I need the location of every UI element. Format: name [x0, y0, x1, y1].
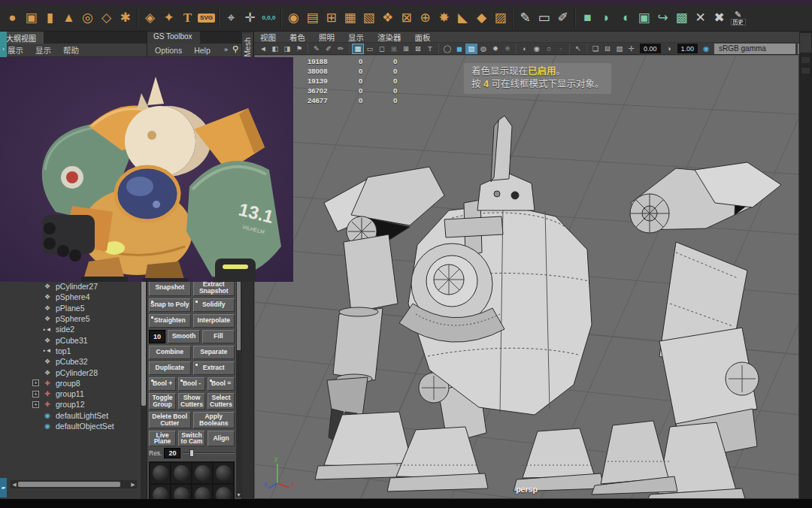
default-material-icon[interactable]: ◍ — [477, 44, 489, 54]
collapse-chevron-icon[interactable]: » — [224, 46, 228, 53]
duplicate-button[interactable]: Duplicate — [149, 361, 191, 375]
show-cutters-button[interactable]: Show Cutters — [178, 393, 205, 410]
snapshot-button[interactable]: Snapshot — [149, 280, 191, 296]
delete-bool-cutter-button[interactable]: Delete Bool Cutter — [149, 412, 191, 428]
exposure-icon[interactable]: ✛ — [626, 44, 638, 54]
symmetry-tool-icon[interactable]: ✕ — [691, 8, 710, 28]
panel-corner-icon[interactable]: ▰ — [0, 478, 7, 497]
snap-origin-icon[interactable]: ✛ — [241, 8, 259, 28]
poly-torus-icon[interactable]: ◎ — [78, 8, 97, 28]
film-gate-icon[interactable]: ▭ — [364, 44, 376, 54]
delete-history-icon[interactable]: ✖ — [710, 8, 729, 28]
interpolate-button[interactable]: Interpolate — [193, 314, 235, 328]
smooth-iterations-field[interactable]: 10 — [149, 330, 165, 343]
quad-draw-tool-icon[interactable]: ✐ — [553, 8, 572, 28]
solidify-button[interactable]: Solidify — [193, 298, 235, 312]
toggle-group-button[interactable]: Toggle Group — [149, 393, 176, 410]
bool--button[interactable]: Bool = — [208, 377, 235, 391]
poly-cube-icon[interactable]: ▣ — [22, 8, 41, 28]
outliner-item-pCube31[interactable]: ❖pCube31 — [7, 334, 141, 345]
gs-menu-0[interactable]: Options — [155, 46, 182, 55]
poly-sphere-icon[interactable]: ● — [3, 8, 22, 28]
combine-button[interactable]: Combine — [149, 346, 191, 359]
outliner-item-pSphere5[interactable]: ❖pSphere5 — [7, 313, 141, 324]
gs-menu-1[interactable]: Help — [194, 46, 211, 55]
divide-mesh-icon[interactable]: ▤ — [303, 8, 322, 28]
bool-slice-icon[interactable]: ▣ — [635, 8, 653, 28]
occlusion-icon[interactable]: ◐ — [519, 44, 531, 54]
quadrangulate-tool-icon[interactable]: ◆ — [472, 8, 491, 28]
outliner-item-defaultObjectSet[interactable]: ◉defaultObjectSet — [7, 421, 141, 431]
scroll-down-icon[interactable]: ▼ — [236, 492, 241, 497]
grid-toggle-icon[interactable]: ▦ — [352, 44, 364, 54]
fill-button[interactable]: Fill — [202, 330, 235, 343]
lattice-tool-icon[interactable]: ▩ — [672, 8, 691, 28]
expand-icon[interactable]: + — [32, 379, 39, 386]
collapsed-right-panel[interactable] — [799, 32, 812, 499]
smooth-button[interactable]: Smooth — [168, 330, 200, 343]
viewport-menu-0[interactable]: 视图 — [260, 32, 276, 43]
align-button[interactable]: Align — [208, 431, 235, 447]
apply-booleans-button[interactable]: Apply Booleans — [193, 412, 235, 428]
expand-icon[interactable]: + — [32, 401, 39, 408]
gate-mask-icon[interactable]: ▣ — [388, 44, 400, 54]
image-plane-alt-icon[interactable]: ⊟ — [601, 44, 614, 54]
extract-button[interactable]: Extract — [193, 361, 235, 375]
textured-icon[interactable]: ▨ — [465, 44, 477, 54]
poke-tool-icon[interactable]: ⊕ — [416, 8, 435, 28]
bridge-tool-icon[interactable]: ⊠ — [397, 8, 416, 28]
wireframe-icon[interactable]: ◯ — [441, 44, 453, 54]
outliner-item-top1[interactable]: ▪◄top1 — [7, 346, 141, 356]
outliner-item-group8[interactable]: +✚group8 — [7, 378, 141, 389]
paint-select-icon[interactable]: ✏ — [335, 44, 347, 54]
scroll-left-icon[interactable]: ◀ — [11, 482, 18, 488]
outliner-item-pSphere4[interactable]: ❖pSphere4 — [7, 292, 141, 302]
matcap-slot-1[interactable] — [171, 463, 191, 483]
bookmark-icon[interactable]: ⚑ — [293, 44, 305, 54]
type-tool-icon[interactable]: T — [178, 8, 197, 28]
res-slider-handle[interactable] — [189, 449, 194, 457]
outliner-item-pCylinder27[interactable]: ❖pCylinder27 — [7, 281, 141, 292]
bool--button[interactable]: Bool - — [178, 377, 205, 391]
lasso-tool-icon[interactable]: ✐ — [323, 44, 335, 54]
bulb-icon[interactable]: ⚲ — [232, 44, 238, 54]
poly-plane-icon[interactable]: ◇ — [97, 8, 116, 28]
smooth-mesh-icon[interactable]: ◉ — [284, 8, 303, 28]
straighten-button[interactable]: Straighten — [149, 314, 191, 328]
retopo-tool-icon[interactable]: ▭ — [535, 8, 553, 28]
gamma-icon[interactable]: ◉ — [700, 44, 712, 54]
matcap-slot-2[interactable] — [192, 463, 212, 483]
select-tool-icon[interactable]: ✎ — [311, 44, 323, 54]
outliner-menu-1[interactable]: 显示 — [35, 44, 51, 56]
right-panel-tab[interactable] — [800, 33, 811, 53]
outliner-item-group11[interactable]: +✚group11 — [7, 389, 141, 399]
poly-cone-icon[interactable]: ▲ — [59, 8, 78, 28]
extrude-tool-icon[interactable]: ⊞ — [322, 8, 341, 28]
svg-tool-icon[interactable]: SVG — [197, 8, 216, 28]
gamma-dropdown[interactable]: sRGB gamma — [714, 44, 795, 54]
matcap-slot-3[interactable] — [214, 463, 233, 483]
bool--button[interactable]: Bool + — [149, 377, 176, 391]
field-chart-icon[interactable]: ⊞ — [400, 44, 412, 54]
viewport-menu-3[interactable]: 显示 — [348, 32, 364, 43]
expand-icon[interactable]: + — [32, 391, 39, 398]
contrast-icon[interactable]: ◑ — [663, 44, 675, 54]
safe-action-icon[interactable]: ⊠ — [412, 44, 424, 54]
camera-attributes-icon[interactable]: ◨ — [281, 44, 293, 54]
exposure-field[interactable]: 0.00 — [640, 44, 661, 53]
safe-title-icon[interactable]: T — [424, 44, 436, 54]
xray-icon[interactable]: ▧ — [614, 44, 626, 54]
multi-cut-grid-icon[interactable]: ▦ — [341, 8, 359, 28]
bool-union-icon[interactable]: ■ — [578, 8, 597, 28]
image-plane-icon[interactable]: ❏ — [589, 44, 601, 54]
outliner-item-side2[interactable]: ▪◄side2 — [7, 324, 141, 334]
history-badge-icon[interactable]: ✎历史 — [729, 8, 747, 28]
anti-alias-icon[interactable]: ○ — [543, 44, 555, 54]
flatten-tool-icon[interactable]: ▨ — [491, 8, 510, 28]
extract-snapshot-button[interactable]: Extract Snapshot — [193, 280, 235, 296]
platonic-solid-icon[interactable]: ◈ — [141, 8, 159, 28]
select-cutters-button[interactable]: Select Cutters — [208, 393, 235, 410]
construction-plane-icon[interactable]: ⌖ — [222, 8, 241, 28]
contrast-field[interactable]: 1.00 — [677, 44, 698, 53]
resolution-gate-icon[interactable]: ◻ — [376, 44, 388, 54]
